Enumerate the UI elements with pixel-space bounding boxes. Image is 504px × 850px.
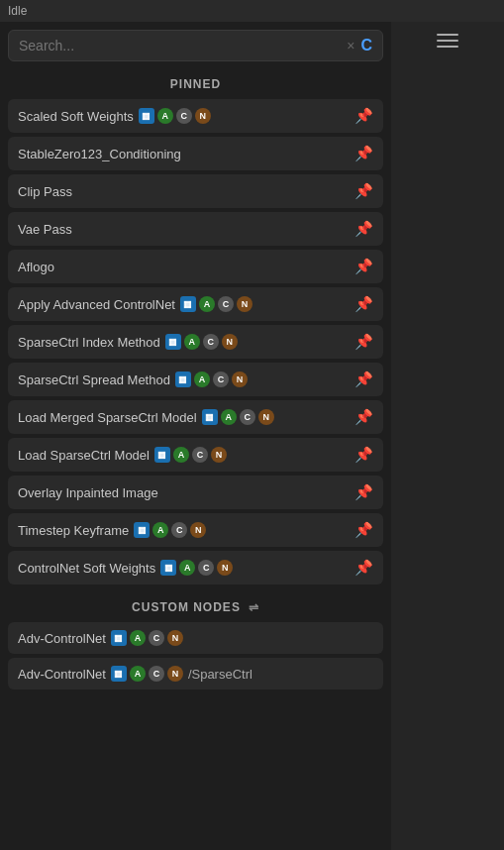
- search-clear-button[interactable]: ×: [347, 38, 354, 53]
- badge-a: A: [130, 630, 146, 646]
- pin-icon[interactable]: 📌: [354, 295, 373, 313]
- pin-icon[interactable]: 📌: [354, 333, 373, 351]
- badge-c: C: [176, 108, 192, 124]
- node-label: Clip Pass: [18, 184, 354, 199]
- node-label: Overlay Inpainted Image: [18, 485, 354, 500]
- right-panel: [391, 22, 504, 850]
- pinned-item-sparsectrl-index-method[interactable]: SparseCtrl Index Method ▦ACN 📌: [8, 325, 383, 359]
- node-name: Load SparseCtrl Model: [18, 448, 150, 463]
- badge-a: A: [152, 522, 168, 538]
- pinned-item-load-merged-sparsectrl-model[interactable]: Load Merged SparseCtrl Model ▦ACN 📌: [8, 400, 383, 434]
- node-label: Aflogo: [18, 260, 354, 274]
- badge-c: C: [192, 447, 208, 463]
- node-label: StableZero123_Conditioning: [18, 147, 354, 161]
- node-badges: ▦ACN: [202, 409, 274, 425]
- node-name: Adv-ControlNet: [18, 667, 106, 682]
- badge-a: A: [194, 372, 210, 387]
- node-name: SparseCtrl Index Method: [18, 335, 160, 350]
- node-name: Overlay Inpainted Image: [18, 485, 158, 500]
- search-bar: × C: [8, 30, 383, 61]
- pinned-item-timestep-keyframe[interactable]: Timestep Keyframe ▦ACN 📌: [8, 513, 383, 547]
- node-label: Adv-ControlNet ▦ACN /SparseCtrl: [18, 666, 373, 682]
- pinned-item-stablezero123-conditioning[interactable]: StableZero123_Conditioning 📌: [8, 137, 383, 170]
- badge-c: C: [149, 630, 164, 646]
- custom-item-adv-controlnet-1[interactable]: Adv-ControlNet ▦ACN: [8, 622, 383, 654]
- pin-icon[interactable]: 📌: [354, 220, 373, 238]
- node-name: Timestep Keyframe: [18, 523, 129, 538]
- node-label: Vae Pass: [18, 222, 354, 237]
- pinned-item-controlnet-soft-weights[interactable]: ControlNet Soft Weights ▦ACN 📌: [8, 551, 383, 584]
- custom-nodes-filter-icon[interactable]: ⇌: [249, 600, 259, 614]
- node-name: Apply Advanced ControlNet: [18, 297, 175, 312]
- badge-img: ▦: [154, 447, 170, 463]
- pin-icon[interactable]: 📌: [354, 408, 373, 426]
- node-label: Adv-ControlNet ▦ACN: [18, 630, 373, 646]
- badge-c: C: [149, 666, 164, 682]
- badge-c: C: [218, 296, 234, 312]
- badge-n: N: [222, 334, 238, 350]
- badge-a: A: [221, 409, 237, 425]
- badge-a: A: [130, 666, 146, 682]
- pinned-item-scaled-soft-weights[interactable]: Scaled Soft Weights ▦ACN 📌: [8, 99, 383, 133]
- badge-a: A: [173, 447, 189, 463]
- pinned-section-header: PINNED: [0, 69, 391, 99]
- node-name: Scaled Soft Weights: [18, 109, 134, 124]
- badge-img: ▦: [111, 630, 127, 646]
- node-suffix: /SparseCtrl: [188, 667, 252, 682]
- badge-c: C: [240, 409, 255, 425]
- badge-c: C: [171, 522, 187, 538]
- badge-c: C: [213, 372, 229, 387]
- node-badges: ▦ACN: [139, 108, 211, 124]
- node-badges: ▦ACN: [154, 447, 227, 463]
- badge-n: N: [217, 560, 233, 576]
- pin-icon[interactable]: 📌: [354, 521, 373, 539]
- pinned-item-aflogo[interactable]: Aflogo 📌: [8, 250, 383, 283]
- menu-icon[interactable]: [437, 34, 458, 48]
- badge-n: N: [167, 666, 183, 682]
- pinned-item-vae-pass[interactable]: Vae Pass 📌: [8, 212, 383, 246]
- pin-icon[interactable]: 📌: [354, 107, 373, 125]
- pinned-list: Scaled Soft Weights ▦ACN 📌 StableZero123…: [0, 99, 391, 592]
- badge-c: C: [203, 334, 219, 350]
- left-panel: × C PINNED Scaled Soft Weights ▦ACN 📌 St…: [0, 22, 391, 850]
- badge-n: N: [195, 108, 211, 124]
- pin-icon[interactable]: 📌: [354, 446, 373, 464]
- badge-img: ▦: [180, 296, 196, 312]
- node-badges: ▦ACN: [175, 372, 248, 387]
- badge-img: ▦: [134, 522, 150, 538]
- badge-img: ▦: [175, 372, 191, 387]
- badge-n: N: [237, 296, 252, 312]
- node-label: Load SparseCtrl Model ▦ACN: [18, 447, 354, 463]
- search-spinner-icon: C: [360, 37, 372, 54]
- pin-icon[interactable]: 📌: [354, 483, 373, 501]
- node-label: Apply Advanced ControlNet ▦ACN: [18, 296, 354, 312]
- pin-icon[interactable]: 📌: [354, 559, 373, 577]
- pinned-item-load-sparsectrl-model[interactable]: Load SparseCtrl Model ▦ACN 📌: [8, 438, 383, 472]
- pinned-item-overlay-inpainted-image[interactable]: Overlay Inpainted Image 📌: [8, 476, 383, 509]
- badge-a: A: [179, 560, 195, 576]
- pinned-item-sparsectrl-spread-method[interactable]: SparseCtrl Spread Method ▦ACN 📌: [8, 363, 383, 396]
- node-name: Clip Pass: [18, 184, 72, 199]
- node-badges: ▦ACN: [134, 522, 206, 538]
- node-label: Scaled Soft Weights ▦ACN: [18, 108, 354, 124]
- custom-nodes-list: Adv-ControlNet ▦ACN Adv-ControlNet ▦ACN …: [0, 622, 391, 697]
- pin-icon[interactable]: 📌: [354, 182, 373, 200]
- pinned-item-clip-pass[interactable]: Clip Pass 📌: [8, 174, 383, 208]
- node-label: ControlNet Soft Weights ▦ACN: [18, 560, 354, 576]
- pin-icon[interactable]: 📌: [354, 258, 373, 275]
- node-label: SparseCtrl Index Method ▦ACN: [18, 334, 354, 350]
- badge-img: ▦: [202, 409, 218, 425]
- pin-icon[interactable]: 📌: [354, 371, 373, 388]
- node-badges: ▦ACN: [111, 666, 183, 682]
- badge-a: A: [157, 108, 173, 124]
- node-badges: ▦ACN: [165, 334, 238, 350]
- node-badges: ▦ACN: [160, 560, 233, 576]
- pinned-item-apply-advanced-controlnet[interactable]: Apply Advanced ControlNet ▦ACN 📌: [8, 287, 383, 321]
- custom-item-adv-controlnet-2[interactable]: Adv-ControlNet ▦ACN /SparseCtrl: [8, 658, 383, 690]
- node-name: ControlNet Soft Weights: [18, 561, 155, 576]
- badge-n: N: [211, 447, 227, 463]
- badge-n: N: [232, 372, 248, 387]
- pin-icon[interactable]: 📌: [354, 145, 373, 162]
- node-name: Vae Pass: [18, 222, 72, 237]
- search-input[interactable]: [19, 38, 347, 53]
